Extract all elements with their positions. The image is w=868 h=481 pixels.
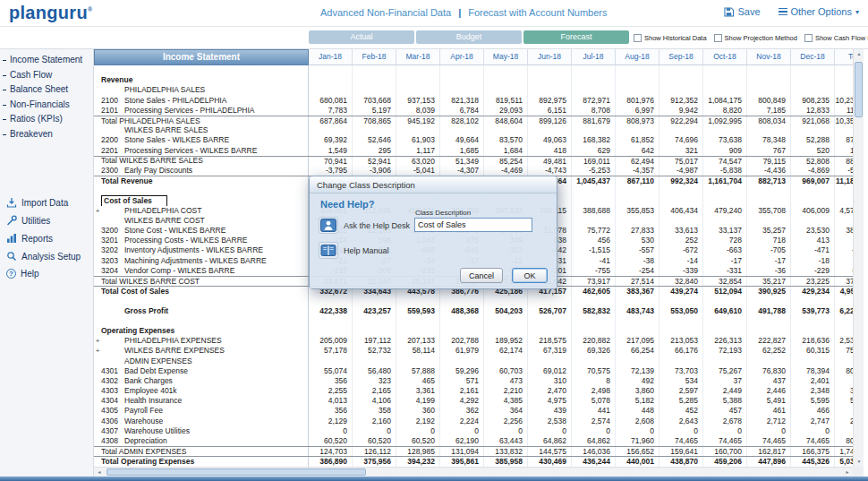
cell[interactable]: 1,549 bbox=[309, 146, 353, 156]
cell[interactable]: 2,449 bbox=[703, 386, 747, 396]
cell[interactable]: -4,436 bbox=[747, 166, 791, 176]
cell[interactable]: 128,985 bbox=[396, 447, 440, 456]
cell[interactable]: 2,129 bbox=[309, 417, 353, 426]
cell[interactable]: 2,210 bbox=[484, 386, 528, 396]
cell[interactable]: 205,009 bbox=[309, 336, 353, 346]
cell[interactable]: 23,530 bbox=[791, 226, 835, 236]
cell[interactable]: 72,139 bbox=[616, 366, 660, 376]
cell[interactable]: 126,112 bbox=[353, 447, 396, 456]
cell[interactable]: -36 bbox=[747, 266, 791, 276]
cell[interactable]: 69,012 bbox=[528, 366, 572, 376]
row-header[interactable]: 4305Payroll Fee bbox=[94, 406, 309, 416]
cell[interactable]: 60,520 bbox=[353, 436, 396, 446]
cell[interactable]: 526,707 bbox=[528, 306, 572, 316]
cell[interactable]: 64,862 bbox=[572, 436, 616, 446]
row-header[interactable]: 2101Processing Services - PHILADELPHIA bbox=[94, 106, 309, 116]
row-header[interactable]: Total ADMIN EXPENSES bbox=[94, 447, 309, 456]
sidebar-tool-reports[interactable]: Reports bbox=[0, 229, 93, 247]
cell[interactable]: 0 bbox=[309, 426, 353, 436]
cell[interactable]: 2,498 bbox=[572, 386, 616, 396]
cell[interactable]: 388,688 bbox=[572, 206, 616, 216]
cell[interactable]: 4,385 bbox=[484, 396, 528, 406]
row-header[interactable]: 2200Stone Sales - WILKES BARRE bbox=[94, 135, 309, 145]
cell[interactable]: 73,917 bbox=[572, 277, 616, 286]
cell[interactable]: 2,161 bbox=[440, 386, 484, 396]
row-header[interactable]: 3200Stone Cost - WILKES BARRE bbox=[94, 226, 309, 236]
cell[interactable]: 74,465 bbox=[791, 436, 835, 446]
cell[interactable]: 56,480 bbox=[353, 366, 396, 376]
cell[interactable]: 439 bbox=[528, 406, 572, 416]
cell[interactable]: 767 bbox=[747, 146, 791, 156]
save-button[interactable]: Save bbox=[724, 6, 760, 17]
row-header[interactable]: 4304Health Insurance bbox=[94, 396, 309, 406]
cell[interactable]: 6,784 bbox=[440, 106, 484, 116]
sidebar-item-ratios-kpis[interactable]: Ratios (KPIs) bbox=[0, 112, 93, 127]
cell[interactable]: 33,137 bbox=[703, 226, 747, 236]
cell[interactable]: 70,941 bbox=[309, 157, 353, 166]
cell[interactable]: 62,174 bbox=[484, 346, 528, 356]
cell[interactable]: -4,357 bbox=[616, 166, 660, 176]
cell[interactable]: 30,820 bbox=[835, 386, 853, 396]
cell[interactable]: 5,036,909 bbox=[835, 457, 853, 466]
cell[interactable]: 58,114 bbox=[396, 346, 440, 356]
cell[interactable]: 4,579,777 bbox=[835, 206, 853, 216]
cell[interactable]: -4,743 bbox=[528, 166, 572, 176]
cell[interactable]: -331 bbox=[703, 266, 747, 276]
cell[interactable]: 356 bbox=[309, 406, 353, 416]
cell[interactable]: -3,906 bbox=[353, 166, 396, 176]
cell[interactable]: 969,007 bbox=[791, 176, 835, 185]
cell[interactable]: 66,254 bbox=[616, 346, 660, 356]
cell[interactable]: 61,903 bbox=[396, 135, 440, 145]
cell[interactable]: 67,319 bbox=[528, 346, 572, 356]
cell[interactable]: 1,741,522 bbox=[835, 447, 853, 456]
cell[interactable]: 418 bbox=[528, 146, 572, 156]
cell[interactable]: 881,679 bbox=[572, 116, 616, 125]
cell[interactable]: 436,244 bbox=[572, 457, 616, 466]
cell[interactable]: 76,830 bbox=[747, 366, 791, 376]
cell[interactable]: 2,256 bbox=[484, 417, 528, 426]
cell[interactable]: 63,443 bbox=[484, 436, 528, 446]
cell[interactable]: 806,737 bbox=[835, 436, 853, 446]
cell[interactable]: 2,401 bbox=[791, 376, 835, 386]
sidebar-tool-import-data[interactable]: Import Data bbox=[0, 193, 93, 211]
cell[interactable]: 166,375 bbox=[791, 447, 835, 456]
sidebar-item-breakeven[interactable]: Breakeven bbox=[0, 127, 93, 142]
cell[interactable]: 10,235,264 bbox=[835, 96, 853, 106]
cell[interactable]: 33,613 bbox=[660, 226, 703, 236]
cell[interactable]: 189,952 bbox=[484, 336, 528, 346]
cell[interactable]: 406,009 bbox=[791, 206, 835, 216]
cell[interactable]: 808,034 bbox=[747, 116, 791, 125]
cell[interactable]: 74,465 bbox=[660, 436, 703, 446]
cell[interactable]: 23,225 bbox=[791, 277, 835, 286]
cell[interactable]: 383,367 bbox=[616, 287, 660, 296]
cell[interactable]: 423,257 bbox=[353, 306, 396, 316]
cell[interactable]: 8,708 bbox=[572, 106, 616, 116]
cell[interactable]: 2,608 bbox=[616, 417, 660, 426]
cell[interactable]: -705 bbox=[747, 245, 791, 255]
cell[interactable]: 5,197 bbox=[353, 106, 396, 116]
cell[interactable]: 2,192 bbox=[396, 417, 440, 426]
cell[interactable]: 51,349 bbox=[440, 157, 484, 166]
cell[interactable]: 456 bbox=[572, 236, 616, 245]
sidebar-tool-analysis-setup[interactable]: Analysis Setup bbox=[0, 247, 93, 265]
cell[interactable]: 479,240 bbox=[703, 206, 747, 216]
cell[interactable]: 60,703 bbox=[484, 366, 528, 376]
row-header[interactable]: 3201Processing Costs - WILKES BARRE bbox=[94, 236, 309, 245]
row-header[interactable]: WILKES BARRE SALES bbox=[94, 125, 309, 135]
cell[interactable]: -254 bbox=[616, 266, 660, 276]
cell[interactable]: 75,772 bbox=[572, 226, 616, 236]
cell[interactable]: 0 bbox=[703, 426, 747, 436]
cell[interactable]: 5,388 bbox=[703, 396, 747, 406]
cell[interactable]: 60,520 bbox=[309, 436, 353, 446]
cell[interactable]: -3,795 bbox=[309, 166, 353, 176]
row-header[interactable]: Revenue bbox=[94, 75, 309, 85]
cell[interactable]: -38 bbox=[616, 256, 660, 266]
cell[interactable]: 2,747 bbox=[791, 417, 835, 426]
cell[interactable]: 57,888 bbox=[396, 366, 440, 376]
top-link-analysis[interactable]: Forecast with Account Numbers bbox=[468, 7, 607, 18]
row-header[interactable]: Total WILKES BARRE SALES bbox=[94, 157, 309, 166]
cell[interactable]: 441 bbox=[572, 406, 616, 416]
cell[interactable]: 52,732 bbox=[353, 346, 396, 356]
cell[interactable]: 74,547 bbox=[703, 157, 747, 166]
cell[interactable]: 10,536 bbox=[835, 146, 853, 156]
